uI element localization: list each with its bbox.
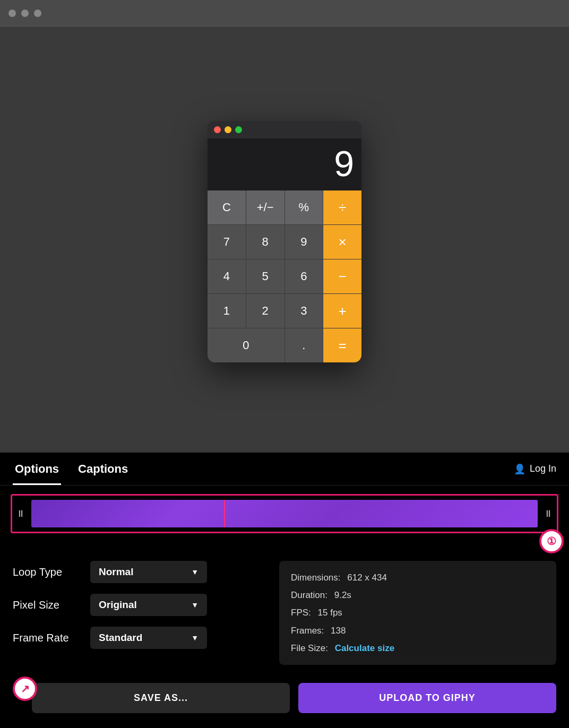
badge-2: ↗ bbox=[13, 677, 37, 701]
loop-type-arrow: ▼ bbox=[191, 568, 199, 576]
preview-area: 9 C +/− % ÷ 7 8 9 × 4 5 6 − 1 2 3 + 0 . … bbox=[0, 27, 569, 452]
badge-2-arrow: ↗ bbox=[21, 682, 30, 695]
calc-titlebar bbox=[208, 121, 361, 138]
frame-rate-label: Frame Rate bbox=[13, 632, 82, 644]
dimensions-value: 612 x 434 bbox=[347, 570, 387, 585]
calc-key-percent[interactable]: % bbox=[285, 190, 323, 224]
loop-type-label: Loop Type bbox=[13, 566, 82, 578]
upload-button[interactable]: UPLOAD TO GIPHY bbox=[298, 683, 556, 713]
calc-close-button[interactable] bbox=[214, 126, 221, 133]
calc-key-3[interactable]: 3 bbox=[285, 294, 323, 328]
bottom-panel: Options Captions 👤 Log In ⏸ ⏸ ① Loop Typ… bbox=[0, 452, 569, 728]
dimensions-row: Dimensions: 612 x 434 bbox=[291, 570, 545, 585]
calculator-window: 9 C +/− % ÷ 7 8 9 × 4 5 6 − 1 2 3 + 0 . … bbox=[208, 121, 361, 362]
login-label: Log In bbox=[530, 463, 556, 474]
save-button[interactable]: SAVE AS... bbox=[32, 683, 290, 713]
calc-key-5[interactable]: 5 bbox=[246, 259, 284, 293]
pixel-size-row: Pixel Size Original ▼ bbox=[13, 594, 266, 616]
badge-1: ① bbox=[539, 529, 564, 553]
calc-key-decimal[interactable]: . bbox=[285, 328, 323, 362]
user-icon: 👤 bbox=[514, 463, 525, 475]
calc-key-divide[interactable]: ÷ bbox=[323, 190, 361, 224]
minimize-button[interactable] bbox=[21, 10, 29, 17]
calc-display: 9 bbox=[208, 138, 361, 190]
timeline-bar[interactable] bbox=[31, 500, 538, 527]
calc-key-plusminus[interactable]: +/− bbox=[246, 190, 284, 224]
info-panel: Dimensions: 612 x 434 Duration: 9.2s FPS… bbox=[279, 561, 556, 665]
tabs-row: Options Captions 👤 Log In bbox=[0, 453, 569, 486]
calc-key-0[interactable]: 0 bbox=[208, 328, 284, 362]
calc-key-multiply[interactable]: × bbox=[323, 225, 361, 259]
calc-key-equals[interactable]: = bbox=[323, 328, 361, 362]
timeline-playhead[interactable] bbox=[224, 500, 225, 527]
calc-key-4[interactable]: 4 bbox=[208, 259, 246, 293]
loop-type-row: Loop Type Normal ▼ bbox=[13, 561, 266, 583]
pixel-size-arrow: ▼ bbox=[191, 601, 199, 609]
calc-key-plus[interactable]: + bbox=[323, 294, 361, 328]
duration-label: Duration: bbox=[291, 588, 327, 602]
pixel-size-dropdown[interactable]: Original ▼ bbox=[90, 594, 207, 616]
options-section: Loop Type Normal ▼ Pixel Size Original ▼… bbox=[0, 542, 569, 673]
login-button[interactable]: 👤 Log In bbox=[514, 463, 556, 475]
tab-options[interactable]: Options bbox=[13, 453, 61, 485]
loop-type-value: Normal bbox=[99, 566, 133, 578]
frames-row: Frames: 138 bbox=[291, 623, 545, 638]
fps-label: FPS: bbox=[291, 605, 311, 620]
timeline-handle-right[interactable]: ⏸ bbox=[540, 496, 557, 532]
calc-key-2[interactable]: 2 bbox=[246, 294, 284, 328]
filesize-label: File Size: bbox=[291, 641, 328, 655]
calc-key-8[interactable]: 8 bbox=[246, 225, 284, 259]
frame-rate-arrow: ▼ bbox=[191, 634, 199, 642]
maximize-button[interactable] bbox=[34, 10, 41, 17]
pixel-size-value: Original bbox=[99, 599, 137, 611]
duration-row: Duration: 9.2s bbox=[291, 588, 545, 602]
calc-key-c[interactable]: C bbox=[208, 190, 246, 224]
action-bar: ↗ SAVE AS... UPLOAD TO GIPHY bbox=[0, 673, 569, 728]
frame-rate-value: Standard bbox=[99, 632, 142, 644]
filesize-row: File Size: Calculate size bbox=[291, 641, 545, 655]
timeline-handle-left[interactable]: ⏸ bbox=[12, 496, 29, 532]
calc-key-1[interactable]: 1 bbox=[208, 294, 246, 328]
dimensions-label: Dimensions: bbox=[291, 570, 341, 585]
calc-keypad: C +/− % ÷ 7 8 9 × 4 5 6 − 1 2 3 + 0 . = bbox=[208, 190, 361, 362]
pixel-size-label: Pixel Size bbox=[13, 599, 82, 611]
loop-type-dropdown[interactable]: Normal ▼ bbox=[90, 561, 207, 583]
timeline-container[interactable]: ⏸ ⏸ bbox=[11, 494, 558, 533]
calc-minimize-button[interactable] bbox=[225, 126, 231, 133]
frame-rate-dropdown[interactable]: Standard ▼ bbox=[90, 627, 207, 649]
calc-key-6[interactable]: 6 bbox=[285, 259, 323, 293]
frames-value: 138 bbox=[331, 623, 346, 638]
calc-key-9[interactable]: 9 bbox=[285, 225, 323, 259]
frame-rate-row: Frame Rate Standard ▼ bbox=[13, 627, 266, 649]
calc-maximize-button[interactable] bbox=[235, 126, 242, 133]
timeline-section: ⏸ ⏸ ① bbox=[0, 486, 569, 542]
calc-key-minus[interactable]: − bbox=[323, 259, 361, 293]
calc-key-7[interactable]: 7 bbox=[208, 225, 246, 259]
calculate-size-link[interactable]: Calculate size bbox=[335, 641, 394, 655]
close-button[interactable] bbox=[8, 10, 16, 17]
tab-captions[interactable]: Captions bbox=[76, 453, 130, 485]
duration-value: 9.2s bbox=[334, 588, 351, 602]
options-left: Loop Type Normal ▼ Pixel Size Original ▼… bbox=[13, 561, 266, 665]
fps-value: 15 fps bbox=[318, 605, 342, 620]
fps-row: FPS: 15 fps bbox=[291, 605, 545, 620]
frames-label: Frames: bbox=[291, 623, 324, 638]
title-bar bbox=[0, 0, 569, 27]
